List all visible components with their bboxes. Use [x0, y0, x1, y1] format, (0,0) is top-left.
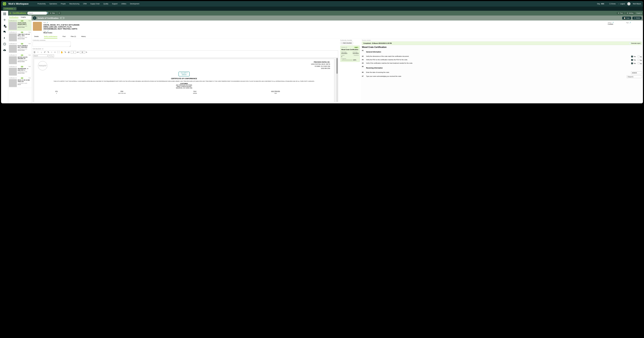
up-icon[interactable]: ↑: [36, 51, 39, 53]
nav-supply-chain[interactable]: Supply Chain: [90, 3, 100, 5]
edit-icon[interactable]: [612, 22, 614, 23]
no-checkbox[interactable]: [638, 62, 640, 64]
cert-card[interactable]: Certification ID8PartPLUG, FORGED S HEX,…: [8, 42, 32, 54]
hand-icon[interactable]: ✋: [60, 51, 63, 53]
comments-input[interactable]: [33, 41, 71, 47]
part-thumbnail: [9, 68, 17, 76]
pdf-company: PRECISION CRATES, INC.: [311, 61, 330, 63]
tab-close-icon[interactable]: ×: [14, 8, 15, 10]
no-checkbox[interactable]: [638, 55, 640, 57]
page-of: of 1: [77, 51, 79, 53]
collapse-icon[interactable]: [33, 16, 36, 20]
chat-icon[interactable]: [3, 30, 6, 33]
detail-tab-verify-conformance[interactable]: Verify conformance: [44, 35, 57, 38]
rotate-right-icon[interactable]: ↷: [47, 51, 50, 53]
nav-productivity[interactable]: Productivity: [38, 3, 46, 5]
yes-checkbox[interactable]: ✓: [631, 59, 633, 61]
filter-button[interactable]: ▼ Filter: [48, 12, 56, 14]
activity-icon[interactable]: [3, 36, 6, 39]
checklist-label: Conformity checklist: [340, 39, 360, 41]
zoom-input[interactable]: [80, 51, 85, 53]
cert-card[interactable]: Certification ID10PartCRATE, WOOD, (INSI…: [8, 19, 32, 31]
search-box[interactable]: 🔍: [27, 12, 47, 14]
pdf-scrollbar[interactable]: [336, 58, 338, 102]
question-number: #3: [362, 59, 365, 60]
detail-tab-files----[interactable]: Files (1): [71, 35, 76, 38]
pdf-body: THIS IS TO CERTIFY THAT THE MATERIAL / C…: [41, 81, 328, 82]
yes-checkbox[interactable]: ✓: [631, 62, 633, 64]
yes-checkbox[interactable]: ✓: [631, 56, 633, 57]
nav-utilities[interactable]: Utilities: [121, 3, 126, 5]
down-icon[interactable]: ↓: [40, 51, 43, 53]
session-card[interactable]: Session ID1007 Wood Crate Certification …: [340, 45, 360, 62]
part-thumbnail: [9, 56, 17, 64]
part-label: Part: [44, 22, 596, 23]
draw-icon[interactable]: ✎: [64, 51, 66, 53]
pdf-cust1: ASC PROCESS SYSTEMS: [38, 84, 330, 86]
edit-icon[interactable]: [46, 22, 48, 23]
list-tab-certifications[interactable]: Certifications: [9, 16, 18, 18]
cert-id-badge: 10: [20, 20, 24, 22]
delete-button[interactable]: ✕ Delete: [632, 16, 642, 19]
question-number: #2: [362, 55, 365, 57]
search-down-icon[interactable]: ↓: [51, 54, 54, 57]
question-number: #6: [362, 71, 365, 73]
search-up-icon[interactable]: ↑: [48, 54, 51, 57]
copy-button[interactable]: 📋 Copy: [622, 16, 631, 19]
nav-manufacturing[interactable]: Manufacturing: [69, 3, 79, 5]
page-title: Certifications: [13, 12, 26, 14]
zoom-pct: %: [86, 51, 87, 53]
user-avatar[interactable]: [627, 2, 630, 5]
section-heading: General Information: [366, 51, 381, 53]
tour-button[interactable]: 👁 Tour: [617, 12, 624, 14]
print-icon[interactable]: 🖨: [67, 51, 70, 53]
cert-card[interactable]: Certification ID6PartTRANSDUCER, - 4-20M…: [8, 65, 32, 76]
cert-card[interactable]: Certification ID7PartMOTOR, ELECTR 230V/…: [8, 54, 32, 65]
answer-input[interactable]: [627, 75, 642, 78]
fit-icon[interactable]: ⛶: [57, 51, 60, 53]
edit-icon[interactable]: [47, 30, 49, 32]
upload-icon[interactable]: [3, 49, 6, 51]
no-checkbox[interactable]: [638, 59, 640, 61]
count-label: Count6: [636, 12, 642, 14]
pdf-viewer[interactable]: PRECISION CRATES INC SYLMAR, CA PRECISIO…: [33, 57, 338, 102]
cert-card[interactable]: Certification ID5PartHEAD, 2:1 SE AS MIN…: [8, 76, 32, 88]
menu-icon[interactable]: ☰: [33, 51, 36, 53]
tab-certifications[interactable]: Certifications×: [3, 7, 16, 10]
apps-icon[interactable]: [3, 12, 6, 15]
answer-input[interactable]: [631, 71, 642, 74]
detail-tab-details[interactable]: Details: [34, 35, 39, 38]
nav-operations[interactable]: Operations: [49, 3, 57, 5]
cert-card[interactable]: Certification ID9PartTUBE, RECT, STE 1/4…: [8, 31, 32, 42]
pdf-search-input[interactable]: [33, 54, 48, 57]
nav-development[interactable]: Development: [130, 3, 139, 5]
errors-button[interactable]: ⓘ Errors: [609, 3, 616, 5]
add-button[interactable]: +: [58, 11, 61, 15]
detail-tab-post[interactable]: Post: [62, 35, 66, 38]
edit-icon[interactable]: [630, 22, 631, 23]
pdf-cust2: 28402 LIVINGSTON AVE: [38, 86, 330, 87]
add-doc-icon[interactable]: +: [42, 48, 44, 50]
zoom-in-icon[interactable]: +: [54, 51, 56, 53]
nav-support[interactable]: Support: [112, 3, 118, 5]
zoom-out-icon[interactable]: −: [50, 51, 53, 53]
search-input[interactable]: [28, 12, 46, 14]
nav-quality[interactable]: Quality: [104, 3, 108, 5]
nav-people[interactable]: People: [61, 3, 66, 5]
setting-button[interactable]: ⚙ Setting: [626, 12, 634, 14]
rotate-left-icon[interactable]: ↶: [44, 51, 46, 53]
clock-icon[interactable]: [3, 43, 6, 45]
detail-tab-history[interactable]: History: [81, 35, 86, 38]
nav-crm[interactable]: CRM: [83, 3, 86, 5]
add-icon[interactable]: [3, 18, 6, 21]
list-tab-insights[interactable]: Insights: [21, 16, 26, 18]
logout-button[interactable]: ← Logout: [618, 3, 625, 5]
page-input[interactable]: [71, 51, 76, 53]
progress-label: Progress: [342, 58, 359, 59]
generate-report-button[interactable]: 📄 Generate report: [629, 43, 640, 44]
workspace-title: Nick's Workspace: [8, 2, 28, 5]
completed-text: Completed - D.Mason 05/31/2023 2:35 PM: [364, 42, 392, 44]
bell-icon[interactable]: 2: [3, 24, 6, 27]
question-number: #1: [362, 50, 365, 51]
add-checklist-button[interactable]: + Add checklist: [340, 41, 353, 44]
